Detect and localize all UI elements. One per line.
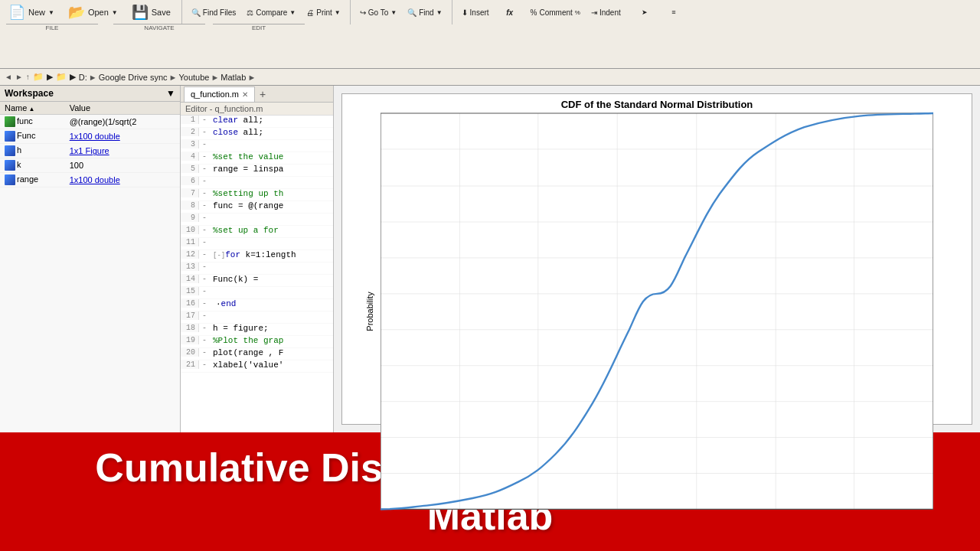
table-row[interactable]: h1x1 Figure (0, 144, 180, 158)
col-name[interactable]: Name (0, 102, 65, 115)
fx-button[interactable]: fx (496, 2, 524, 23)
editor-panel: q_function.m ✕ + Editor - q_function.m 1… (181, 86, 334, 432)
edit-group-label: EDIT (213, 24, 305, 31)
cursor-icon-btn[interactable]: ➤ (631, 3, 658, 21)
editor-tab-active[interactable]: q_function.m ✕ (184, 86, 255, 102)
line-dash: - (199, 152, 210, 161)
keyword: clear (213, 116, 238, 125)
toolbar: 📄 New ▼ 📂 Open ▼ 💾 Save 🔍 Find Files ⚖ C… (0, 0, 980, 69)
editor-title: Editor - q_function.m (185, 104, 263, 113)
compare-icon: ⚖ (247, 8, 253, 17)
table-row[interactable]: k100 (0, 158, 180, 173)
line-dash: - (199, 287, 210, 295)
print-button[interactable]: 🖨 Print ▼ (302, 2, 344, 23)
code-line: 14- Func(k) = (181, 275, 333, 287)
line-number: 8 (181, 201, 199, 210)
addressbar-icon2: ▶ (47, 72, 53, 82)
var-value-cell[interactable]: 1x1 Figure (65, 144, 180, 158)
var-value-link[interactable]: 1x100 double (70, 175, 120, 184)
file-group-label: FILE (6, 24, 98, 31)
line-dash: - (199, 128, 210, 136)
var-icon (5, 145, 15, 156)
line-number: 1 (181, 116, 199, 124)
line-code[interactable]: close all; (210, 128, 333, 137)
insert-button[interactable]: ⬇ Insert (458, 2, 493, 23)
var-value-cell[interactable]: 1x100 double (65, 173, 180, 187)
var-name-cell: Func (0, 129, 65, 144)
workspace-title: Workspace (5, 88, 54, 99)
path-d[interactable]: D: (79, 73, 87, 82)
line-dash: - (199, 336, 210, 344)
fold-button[interactable]: [-] (213, 252, 225, 259)
line-number: 5 (181, 165, 199, 173)
tab-add-button[interactable]: + (255, 86, 270, 102)
goto-button[interactable]: ↪ Go To ▼ (356, 2, 400, 23)
variables-table: Name Value func@(range)(1/sqrt(2Func1x10… (0, 102, 180, 187)
line-code[interactable]: xlabel('value' (210, 360, 333, 370)
var-value-link[interactable]: 1x1 Figure (70, 146, 109, 155)
line-code[interactable]: clear all; (210, 116, 333, 125)
line-number: 15 (181, 287, 199, 295)
line-dash: - (199, 262, 210, 271)
plot-title: CDF of the Standard Normal Distribution (342, 94, 972, 112)
save-icon: 💾 (132, 4, 149, 21)
sep2 (350, 0, 351, 24)
table-row[interactable]: Func1x100 double (0, 129, 180, 144)
comment-button[interactable]: % Comment % (527, 2, 584, 23)
line-dash: - (199, 360, 210, 369)
indent-button[interactable]: ⇥ Indent (587, 2, 625, 23)
line-number: 20 (181, 348, 199, 357)
find-button[interactable]: 🔍 Find ▼ (403, 2, 446, 23)
line-code[interactable]: range = linspa (210, 165, 333, 174)
find-files-icon: 🔍 (191, 8, 201, 17)
col-value[interactable]: Value (65, 102, 180, 115)
var-value-cell[interactable]: 1x100 double (65, 129, 180, 144)
line-dash: - (199, 140, 210, 148)
find-files-button[interactable]: 🔍 Find Files (188, 2, 240, 23)
path-matlab[interactable]: Matlab (220, 73, 246, 82)
code-line: 18-h = figure; (181, 324, 333, 336)
line-dash: - (199, 189, 210, 197)
var-value-link[interactable]: 1x100 double (70, 132, 120, 141)
line-code[interactable]: h = figure; (210, 324, 333, 333)
tab-close-button[interactable]: ✕ (242, 90, 248, 99)
save-button[interactable]: 💾 Save (126, 2, 176, 23)
goto-icon: ↪ (360, 8, 366, 17)
line-code[interactable]: %setting up th (210, 189, 333, 198)
keyword: close (213, 128, 238, 137)
line-code[interactable]: plot(range , F (210, 348, 333, 357)
line-code[interactable]: %Plot the grap (210, 336, 333, 345)
line-code[interactable]: Func(k) = (210, 275, 333, 284)
line-dash: - (199, 324, 210, 332)
code-line: 17- (181, 311, 333, 324)
list-icon-btn[interactable]: ≡ (660, 3, 688, 21)
path-youtube[interactable]: Youtube (178, 73, 209, 82)
line-code[interactable]: func = @(range (210, 201, 333, 210)
line-code[interactable]: %set the value (210, 152, 333, 161)
code-editor[interactable]: 1-clear all;2-close all;3-4-%set the val… (181, 116, 333, 432)
compare-button[interactable]: ⚖ Compare ▼ (243, 2, 299, 23)
plot-area: CDF of the Standard Normal Distribution … (334, 86, 980, 432)
up-button[interactable]: ↑ (26, 73, 30, 81)
back-button[interactable]: ◄ (5, 73, 12, 81)
open-button[interactable]: 📂 Open ▼ (63, 2, 123, 23)
var-value-cell: @(range)(1/sqrt(2 (65, 115, 180, 129)
var-icon (5, 131, 15, 142)
line-dash: - (199, 299, 210, 308)
line-code[interactable]: [-]for k=1:length (210, 250, 333, 259)
table-row[interactable]: range1x100 double (0, 173, 180, 187)
table-row[interactable]: func@(range)(1/sqrt(2 (0, 115, 180, 129)
path-google[interactable]: Google Drive sync (99, 73, 168, 82)
new-icon: 📄 (8, 4, 25, 21)
line-code[interactable]: %set up a for (210, 226, 333, 235)
workspace-menu-icon[interactable]: ▼ (166, 88, 175, 99)
forward-button[interactable]: ► (15, 73, 23, 81)
line-number: 6 (181, 177, 199, 185)
code-line: 15- (181, 287, 333, 299)
sep1 (181, 0, 182, 24)
cdf-chart: 0 0.1 0.2 0.3 0.4 0.5 0.6 0.7 0.8 0.9 1 … (381, 112, 933, 510)
address-path[interactable]: D: ► Google Drive sync ► Youtube ► Matla… (79, 73, 256, 82)
line-code[interactable]: ·end (210, 299, 333, 308)
new-button[interactable]: 📄 New ▼ (3, 2, 60, 23)
line-number: 13 (181, 262, 199, 271)
